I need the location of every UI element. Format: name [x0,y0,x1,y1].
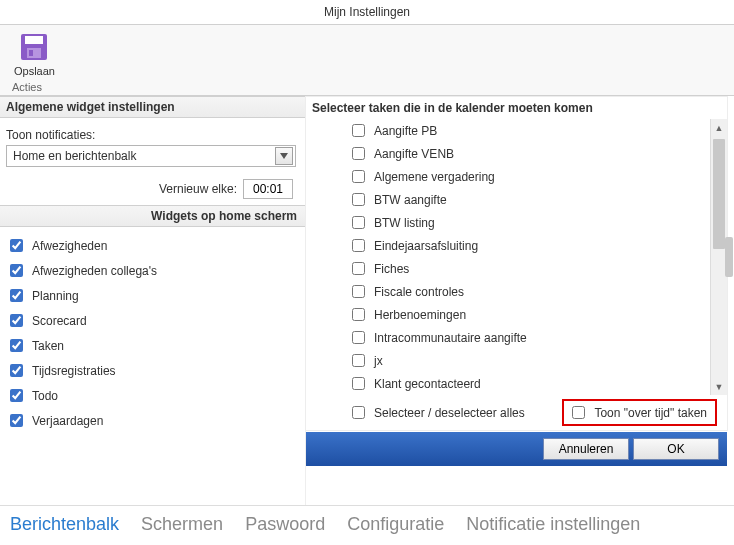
task-label: Herbenoemingen [374,308,466,322]
window-title: Mijn Instellingen [0,0,734,24]
task-row[interactable]: Klant gecontacteerd [348,372,710,395]
overdue-highlight: Toon "over tijd" taken [562,399,717,426]
task-label: Klant gecontacteerd [374,377,481,391]
task-label: Aangifte PB [374,124,437,138]
tab-configuratie[interactable]: Configuratie [347,514,444,535]
general-settings-header: Algemene widget instellingen [0,96,305,118]
task-row[interactable]: Herbenoemingen [348,303,710,326]
task-row[interactable]: Aangifte PB [348,119,710,142]
task-row[interactable]: jx [348,349,710,372]
overdue-checkbox[interactable] [572,406,585,419]
home-widget-checkbox[interactable] [10,264,23,277]
scroll-down-icon[interactable]: ▼ [711,378,727,395]
home-widget-checkbox[interactable] [10,289,23,302]
overdue-label: Toon "over tijd" taken [594,406,707,420]
chevron-down-icon[interactable] [275,147,293,165]
home-widget-checkbox[interactable] [10,389,23,402]
save-button-label: Opslaan [14,65,55,77]
task-row[interactable]: Algemene vergadering [348,165,710,188]
svg-rect-1 [25,36,43,44]
scroll-up-icon[interactable]: ▲ [711,119,727,136]
home-widget-item[interactable]: Planning [6,283,299,308]
home-widget-label: Todo [32,389,58,403]
select-all-label: Selecteer / deselecteer alles [374,406,525,420]
task-checkbox[interactable] [352,239,365,252]
task-row[interactable]: Eindejaarsafsluiting [348,234,710,257]
task-checkbox[interactable] [352,331,365,344]
refresh-interval-input[interactable] [243,179,293,199]
task-label: Aangifte VENB [374,147,454,161]
home-widget-label: Verjaardagen [32,414,103,428]
task-checkbox[interactable] [352,354,365,367]
task-label: Algemene vergadering [374,170,495,184]
home-widget-checkbox[interactable] [10,239,23,252]
select-all-checkbox[interactable]: Selecteer / deselecteer alles [348,403,525,422]
home-widget-item[interactable]: Afwezigheden collega's [6,258,299,283]
task-row[interactable]: BTW listing [348,211,710,234]
notify-dropdown-value: Home en berichtenbalk [13,149,136,163]
task-list: Aangifte PBAangifte VENBAlgemene vergade… [306,119,710,395]
tab-notificatie-instellingen[interactable]: Notificatie instellingen [466,514,640,535]
notify-dropdown[interactable]: Home en berichtenbalk [6,145,296,167]
task-row[interactable]: BTW aangifte [348,188,710,211]
home-widget-label: Tijdsregistraties [32,364,116,378]
resize-grip[interactable] [725,237,733,277]
home-widget-checkbox[interactable] [10,414,23,427]
refresh-label: Vernieuw elke: [159,182,237,196]
task-label: BTW listing [374,216,435,230]
task-checkbox[interactable] [352,124,365,137]
home-widget-label: Planning [32,289,79,303]
tab-schermen[interactable]: Schermen [141,514,223,535]
task-checkbox[interactable] [352,216,365,229]
scroll-thumb[interactable] [713,139,725,249]
task-checkbox[interactable] [352,262,365,275]
task-row[interactable]: Intracommunautaire aangifte [348,326,710,349]
tab-paswoord[interactable]: Paswoord [245,514,325,535]
task-row[interactable]: Aangifte VENB [348,142,710,165]
home-widget-item[interactable]: Afwezigheden [6,233,299,258]
task-row[interactable]: Fiches [348,257,710,280]
dialog-title: Selecteer taken die in de kalender moete… [306,97,727,119]
home-widget-label: Afwezigheden [32,239,107,253]
tab-berichtenbalk[interactable]: Berichtenbalk [10,514,119,535]
home-widget-item[interactable]: Scorecard [6,308,299,333]
task-checkbox[interactable] [352,285,365,298]
home-widget-checkbox[interactable] [10,364,23,377]
task-checkbox[interactable] [352,170,365,183]
task-checkbox[interactable] [352,147,365,160]
task-row[interactable]: Fiscale controles [348,280,710,303]
home-widget-label: Scorecard [32,314,87,328]
save-icon [18,31,50,63]
task-checkbox[interactable] [352,308,365,321]
task-label: BTW aangifte [374,193,447,207]
home-widget-item[interactable]: Taken [6,333,299,358]
home-widget-checkbox[interactable] [10,314,23,327]
bottom-tabs: BerichtenbalkSchermenPaswoordConfigurati… [0,505,734,545]
home-widgets-header: Widgets op home scherm [0,205,305,227]
cancel-button[interactable]: Annuleren [543,438,629,460]
home-widget-checkbox[interactable] [10,339,23,352]
ok-button[interactable]: OK [633,438,719,460]
save-button[interactable]: Opslaan [8,29,61,79]
task-label: Fiches [374,262,409,276]
calendar-tasks-dialog: Selecteer taken die in de kalender moete… [305,96,728,431]
select-all-checkbox-input[interactable] [352,406,365,419]
ribbon-section-label: Acties [8,79,726,93]
home-widget-label: Afwezigheden collega's [32,264,157,278]
ribbon: Opslaan Acties [0,24,734,96]
task-label: Intracommunautaire aangifte [374,331,527,345]
task-label: Eindejaarsafsluiting [374,239,478,253]
home-widget-label: Taken [32,339,64,353]
home-widget-item[interactable]: Verjaardagen [6,408,299,433]
home-widget-item[interactable]: Tijdsregistraties [6,358,299,383]
task-checkbox[interactable] [352,193,365,206]
task-checkbox[interactable] [352,377,365,390]
svg-rect-3 [29,50,33,56]
notify-label: Toon notificaties: [6,128,299,142]
task-label: Fiscale controles [374,285,464,299]
task-label: jx [374,354,383,368]
home-widget-item[interactable]: Todo [6,383,299,408]
home-widgets-list: AfwezighedenAfwezigheden collega'sPlanni… [0,227,305,439]
